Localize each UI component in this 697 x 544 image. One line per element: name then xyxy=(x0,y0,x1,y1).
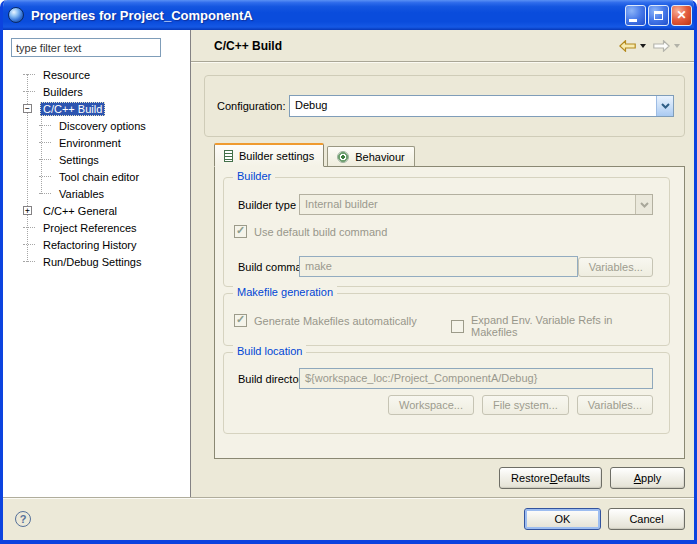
forward-menu-caret-icon xyxy=(674,44,680,48)
tab-bar: Builder settings Behaviour xyxy=(214,143,694,166)
tree-item-environment[interactable]: Environment xyxy=(11,134,190,151)
chevron-down-icon xyxy=(661,103,670,109)
tree-item-label: C/C++ General xyxy=(40,204,120,218)
tree-item-refactoring-history[interactable]: Refactoring History xyxy=(11,236,190,253)
tree-item-builders[interactable]: Builders xyxy=(11,83,190,100)
behaviour-icon xyxy=(337,151,349,163)
tree-connector xyxy=(39,193,51,194)
variables-button: Variables... xyxy=(577,395,653,415)
help-button[interactable]: ? xyxy=(15,511,31,527)
configuration-value: Debug xyxy=(290,96,656,116)
chevron-down-icon xyxy=(640,202,649,208)
generate-makefiles-checkbox xyxy=(234,314,247,327)
tree-item-label: Project References xyxy=(40,221,140,235)
configuration-group: Configuration: Debug xyxy=(204,75,685,137)
builder-settings-panel: Builder Builder type Internal builder Us… xyxy=(214,166,685,459)
tree-connector xyxy=(23,261,35,262)
generate-makefiles-label: Generate Makefiles automatically xyxy=(254,315,417,327)
build-command-field: make xyxy=(299,256,578,277)
tree-item-label: Refactoring History xyxy=(40,238,140,252)
makefile-generation-group: Makefile generation Generate Makefiles a… xyxy=(223,293,670,346)
tree-item-c-c-general[interactable]: +C/C++ General xyxy=(11,202,190,219)
use-default-build-command-label: Use default build command xyxy=(254,226,387,238)
build-command-label: Build command: xyxy=(238,261,299,273)
maximize-button[interactable] xyxy=(648,5,669,26)
tab-label: Behaviour xyxy=(355,151,405,163)
back-button[interactable] xyxy=(619,40,636,52)
tree-item-variables[interactable]: Variables xyxy=(11,185,190,202)
restore-defaults-button[interactable]: Restore Defaults xyxy=(499,467,602,489)
builder-settings-icon xyxy=(224,150,233,162)
tab-builder-settings[interactable]: Builder settings xyxy=(214,143,324,167)
content-pane: C/C++ Build Configuration: Debug xyxy=(191,30,694,497)
tree-item-label: Builders xyxy=(40,85,86,99)
tree-item-label: Discovery options xyxy=(56,119,149,133)
builder-group: Builder Builder type Internal builder Us… xyxy=(223,177,670,287)
navigation-pane: ResourceBuilders−C/C++ BuildDiscovery op… xyxy=(3,30,191,497)
tree-connector xyxy=(39,142,51,143)
tree-item-label: Variables xyxy=(56,187,107,201)
properties-dialog: Properties for Project_ComponentA ✕ Reso… xyxy=(0,0,697,544)
build-directory-label: Build directory xyxy=(238,373,299,385)
workspace-button: Workspace... xyxy=(388,395,474,415)
minimize-button[interactable] xyxy=(625,5,646,26)
collapse-icon[interactable]: − xyxy=(23,104,32,113)
history-navigation xyxy=(619,40,684,52)
tree-item-c-c-build[interactable]: −C/C++ Build xyxy=(11,100,190,117)
combo-dropdown-button[interactable] xyxy=(656,96,673,116)
ok-button[interactable]: OK xyxy=(524,508,601,530)
tree-item-label: Tool chain editor xyxy=(56,170,142,184)
tree-item-project-references[interactable]: Project References xyxy=(11,219,190,236)
tree-item-label: Resource xyxy=(40,68,93,82)
dialog-button-bar: ? OK Cancel xyxy=(3,497,694,540)
forward-arrow-icon xyxy=(653,40,670,52)
page-header: C/C++ Build xyxy=(191,30,694,62)
tree-children: Discovery optionsEnvironmentSettingsTool… xyxy=(11,117,190,202)
cancel-button[interactable]: Cancel xyxy=(608,508,685,530)
build-location-group: Build location Build directory ${workspa… xyxy=(223,352,670,434)
tree-item-settings[interactable]: Settings xyxy=(11,151,190,168)
back-menu-caret-icon[interactable] xyxy=(640,44,646,48)
tree-connector xyxy=(23,91,35,92)
forward-button xyxy=(653,40,670,52)
expand-icon[interactable]: + xyxy=(23,206,32,215)
minimize-icon xyxy=(629,19,637,22)
tree-connector xyxy=(39,176,51,177)
expand-env-refs-label: Expand Env. Variable Refs in Makefiles xyxy=(471,314,653,338)
tree-connector xyxy=(23,74,35,75)
window-title: Properties for Project_ComponentA xyxy=(31,8,623,23)
file-system-button: File system... xyxy=(482,395,569,415)
tree-item-label: C/C++ Build xyxy=(40,102,105,116)
build-directory-field: ${workspace_loc:/Project_ComponentA/Debu… xyxy=(299,368,653,389)
configuration-label: Configuration: xyxy=(217,100,289,112)
tree-item-tool-chain-editor[interactable]: Tool chain editor xyxy=(11,168,190,185)
apply-button[interactable]: Apply xyxy=(610,467,685,489)
makefile-group-title: Makefile generation xyxy=(233,286,337,298)
close-button[interactable]: ✕ xyxy=(671,5,692,26)
filter-input[interactable] xyxy=(11,38,161,57)
window-icon xyxy=(8,7,24,23)
titlebar: Properties for Project_ComponentA ✕ xyxy=(0,0,697,30)
properties-tree: ResourceBuilders−C/C++ BuildDiscovery op… xyxy=(11,66,190,270)
tree-item-label: Run/Debug Settings xyxy=(40,255,144,269)
page-title: C/C++ Build xyxy=(214,39,619,53)
tab-label: Builder settings xyxy=(239,150,314,162)
help-icon: ? xyxy=(20,513,27,525)
maximize-icon xyxy=(654,11,663,20)
apply-row: Restore Defaults Apply xyxy=(191,467,685,489)
tree-item-label: Environment xyxy=(56,136,124,150)
tree-item-discovery-options[interactable]: Discovery options xyxy=(11,117,190,134)
dialog-body: ResourceBuilders−C/C++ BuildDiscovery op… xyxy=(3,30,694,497)
tree-item-run-debug-settings[interactable]: Run/Debug Settings xyxy=(11,253,190,270)
tree-connector xyxy=(39,125,51,126)
tree-connector xyxy=(23,244,35,245)
combo-dropdown-button xyxy=(635,195,652,214)
tree-item-resource[interactable]: Resource xyxy=(11,66,190,83)
configuration-combo[interactable]: Debug xyxy=(289,95,674,117)
builder-type-combo: Internal builder xyxy=(299,194,653,215)
tree-connector xyxy=(23,227,35,228)
back-arrow-icon xyxy=(619,40,636,52)
expand-env-refs-checkbox xyxy=(451,320,464,333)
tab-behaviour[interactable]: Behaviour xyxy=(327,146,415,166)
use-default-build-command-checkbox xyxy=(234,225,247,238)
